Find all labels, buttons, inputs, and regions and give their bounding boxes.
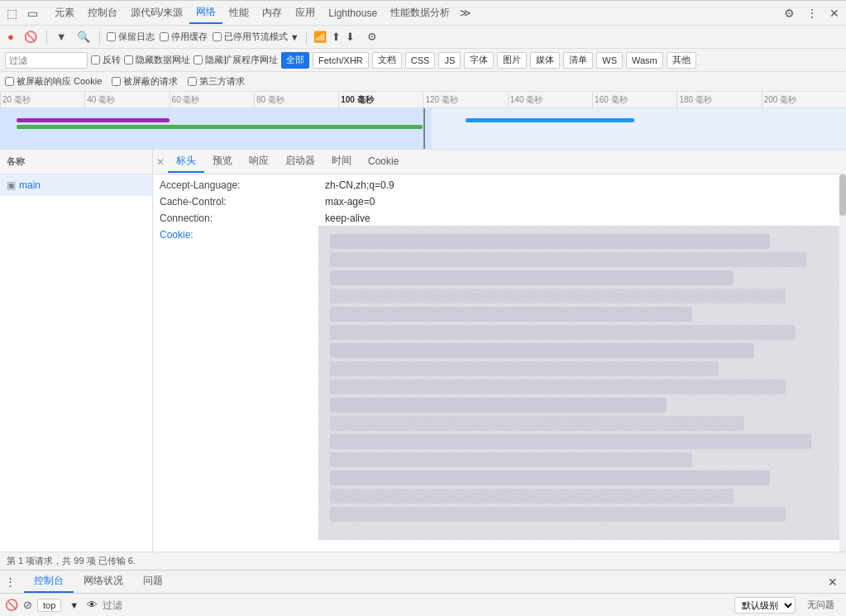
bottom-toggle-icon[interactable]: ⊘	[23, 599, 32, 611]
bottom-tab-issues[interactable]: 问题	[133, 571, 173, 593]
css-filter-button[interactable]: CSS	[405, 52, 436, 69]
tab-elements[interactable]: 元素	[48, 2, 81, 23]
request-item-main[interactable]: ▣ main	[0, 174, 152, 196]
more-tabs-icon[interactable]: ≫	[456, 5, 475, 21]
connection-name: Connection:	[160, 212, 325, 224]
tab-console[interactable]: 控制台	[81, 2, 124, 23]
scrollbar-thumb[interactable]	[839, 174, 846, 216]
tab-network[interactable]: 网络	[189, 2, 222, 24]
accept-language-name: Accept-Language:	[160, 179, 325, 191]
timeline-section[interactable]: 20 毫秒 40 毫秒 60 毫秒 80 毫秒 100 毫秒 120 毫秒 14…	[0, 92, 846, 150]
cache-control-row: Cache-Control: max-age=0	[153, 194, 846, 211]
tab-cookies[interactable]: Cookie	[360, 152, 407, 172]
accept-language-row: Accept-Language: zh-CN,zh;q=0.9	[153, 178, 846, 194]
device-icon[interactable]: ▭	[24, 5, 41, 21]
hide-data-urls-label[interactable]: 隐藏数据网址	[124, 54, 190, 66]
all-filter-button[interactable]: 全部	[281, 52, 309, 69]
close-bottom-panel-icon[interactable]: ✕	[823, 574, 843, 590]
cookie-name[interactable]: Cookie:	[160, 229, 325, 241]
log-level-select[interactable]: 默认级别	[734, 597, 796, 614]
export-icon[interactable]: ⬇	[346, 31, 355, 43]
disable-cache-label[interactable]: 停用缓存	[160, 31, 208, 43]
console-filter-input[interactable]	[103, 597, 729, 614]
throttle-checkbox[interactable]	[213, 32, 222, 41]
separator-1	[46, 31, 47, 44]
details-tabs: ✕ 标头 预览 响应 启动器 时间 Cookie	[153, 150, 846, 174]
import-icon[interactable]: ⬆	[332, 31, 341, 43]
bottom-clear-icon[interactable]: 🚫	[5, 599, 18, 611]
more-options-icon[interactable]: ⋮	[803, 5, 821, 21]
tab-timing[interactable]: 时间	[323, 150, 360, 173]
preserve-log-label[interactable]: 保留日志	[107, 31, 155, 43]
tab-application[interactable]: 应用	[289, 2, 322, 23]
manifest-filter-button[interactable]: 清单	[563, 52, 593, 69]
network-settings-icon[interactable]: ⚙	[365, 29, 380, 45]
bottom-tab-console[interactable]: 控制台	[24, 571, 74, 593]
blocked-cookie-checkbox[interactable]	[5, 77, 14, 86]
clear-button[interactable]: 🚫	[22, 29, 40, 45]
disable-cache-checkbox[interactable]	[160, 32, 169, 41]
top-right-icons: ⚙ ⋮ ✕	[781, 5, 843, 21]
filter-input[interactable]	[5, 52, 88, 69]
tab-performance[interactable]: 性能	[222, 2, 256, 23]
bottom-tab-network-conditions[interactable]: 网络状况	[74, 571, 133, 593]
inspect-icon[interactable]: ⬚	[3, 5, 21, 21]
record-button[interactable]: ●	[5, 29, 17, 45]
blur-line-12	[330, 434, 811, 449]
settings-icon[interactable]: ⚙	[781, 5, 798, 21]
blur-line-2	[330, 252, 806, 267]
timeline-highlight	[0, 108, 432, 150]
doc-filter-button[interactable]: 文档	[372, 52, 402, 69]
main-content: 各称 ▣ main ✕ 标头 预览 响应 启动器 时间	[0, 150, 846, 570]
tab-sources[interactable]: 源代码/来源	[124, 2, 189, 23]
tab-lighthouse[interactable]: Lighthouse	[322, 4, 384, 22]
devtools-panel: ⬚ ▭ 元素 控制台 源代码/来源 网络 性能 内存 应用 Lighthouse…	[0, 0, 846, 616]
bottom-bar-icons: ⋮	[3, 574, 17, 590]
third-party-checkbox[interactable]	[188, 77, 197, 86]
third-party-label[interactable]: 第三方请求	[188, 75, 245, 88]
top-selector[interactable]: top	[37, 599, 61, 612]
wifi-icon[interactable]: 📶	[313, 31, 327, 43]
top-arrow-icon[interactable]: ▼	[66, 599, 82, 611]
font-filter-button[interactable]: 字体	[464, 52, 494, 69]
tab-preview[interactable]: 预览	[204, 150, 241, 173]
hide-extensions-checkbox[interactable]	[194, 55, 203, 64]
tab-memory[interactable]: 内存	[256, 2, 289, 23]
eye-icon[interactable]: 👁	[87, 599, 98, 611]
issues-count-button[interactable]: 无问题	[801, 597, 841, 613]
throttle-label[interactable]: 已停用节流模式 ▼	[213, 31, 299, 43]
hide-extensions-label[interactable]: 隐藏扩展程序网址	[194, 54, 278, 66]
wasm-filter-button[interactable]: Wasm	[626, 52, 663, 69]
search-button[interactable]: 🔍	[74, 29, 93, 45]
cache-control-name: Cache-Control:	[160, 196, 325, 208]
ruler-mark-120: 120 毫秒	[423, 92, 507, 107]
reverse-filter-checkbox[interactable]	[91, 55, 100, 64]
tab-performance-insights[interactable]: 性能数据分析	[384, 2, 456, 23]
media-filter-button[interactable]: 媒体	[530, 52, 560, 69]
blur-line-14	[330, 470, 770, 485]
ws-filter-button[interactable]: WS	[596, 52, 623, 69]
blocked-requests-label[interactable]: 被屏蔽的请求	[112, 75, 178, 88]
filter-toggle-button[interactable]: ▼	[54, 29, 69, 45]
img-filter-button[interactable]: 图片	[497, 52, 527, 69]
other-filter-button[interactable]: 其他	[667, 52, 696, 69]
blur-line-7	[330, 343, 754, 358]
hide-data-urls-checkbox[interactable]	[124, 55, 133, 64]
close-details-icon[interactable]: ✕	[156, 156, 165, 168]
timeline-bars[interactable]	[0, 108, 846, 150]
devtools-icons: ⬚ ▭	[3, 5, 41, 21]
filter-toolbar: 反转 隐藏数据网址 隐藏扩展程序网址 全部 Fetch/XHR 文档 CSS J…	[0, 49, 846, 72]
tab-response[interactable]: 响应	[241, 150, 277, 173]
js-filter-button[interactable]: JS	[438, 52, 461, 69]
reverse-filter-label[interactable]: 反转	[91, 54, 121, 66]
ruler-mark-40: 40 毫秒	[84, 92, 169, 107]
preserve-log-checkbox[interactable]	[107, 32, 116, 41]
tab-headers[interactable]: 标头	[168, 150, 204, 173]
bottom-menu-icon[interactable]: ⋮	[3, 574, 17, 590]
blocked-cookie-label[interactable]: 被屏蔽的响应 Cookie	[5, 75, 102, 88]
blocked-requests-checkbox[interactable]	[112, 77, 121, 86]
fetch-xhr-filter-button[interactable]: Fetch/XHR	[313, 52, 369, 69]
network-toolbar: ● 🚫 ▼ 🔍 保留日志 停用缓存 已停用节流模式 ▼ 📶 ⬆ ⬇ ⚙	[0, 26, 846, 49]
close-devtools-icon[interactable]: ✕	[826, 5, 843, 21]
tab-initiator[interactable]: 启动器	[277, 150, 323, 173]
